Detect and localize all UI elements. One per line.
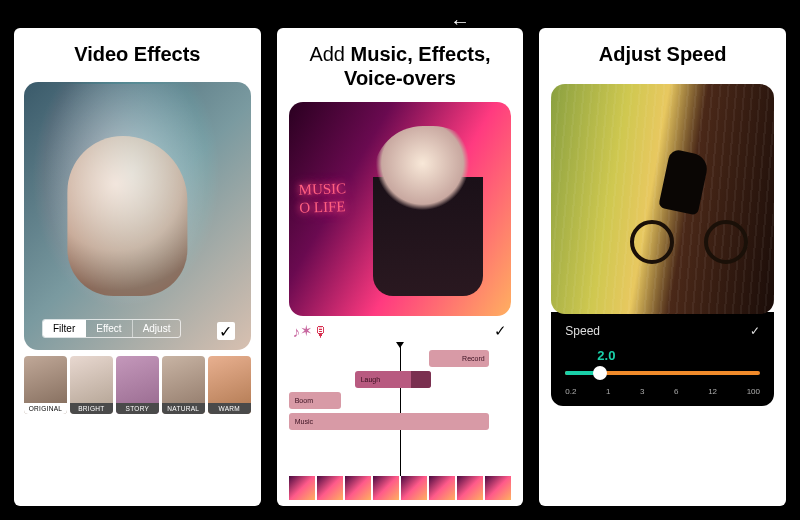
speed-tick: 1	[606, 387, 610, 396]
confirm-speed-button[interactable]: ✓	[750, 324, 760, 338]
audio-toolbar: ♪ ✶ 🎙 ✓	[277, 316, 524, 344]
panel1-title: Video Effects	[14, 28, 261, 74]
panel2-person-silhouette	[373, 126, 483, 296]
track-music[interactable]: Music	[289, 413, 489, 430]
audio-track-area: Record Laugh Boom Music	[277, 344, 524, 476]
timeline-thumb[interactable]	[373, 476, 399, 500]
timeline-thumb[interactable]	[429, 476, 455, 500]
filter-thumb-label: NATURAL	[162, 403, 205, 414]
playhead[interactable]	[400, 344, 401, 476]
panel-music-effects-voice: Add Music, Effects, Voice-overs MUSIC O …	[277, 28, 524, 506]
filter-thumb-label: STORY	[116, 403, 159, 414]
filter-thumb-label: ORIGINAL	[24, 403, 67, 414]
filter-thumbnail-strip: ORIGINALBRIGHTSTORYNATURALWARM	[14, 350, 261, 422]
filter-thumb-bright[interactable]: BRIGHT	[70, 356, 113, 414]
panel1-preview-image: Filter Effect Adjust ✓	[24, 82, 251, 350]
panel2-title: Add Music, Effects, Voice-overs	[277, 28, 524, 98]
timeline-thumb[interactable]	[485, 476, 511, 500]
speed-slider[interactable]	[565, 365, 760, 381]
tab-effect[interactable]: Effect	[86, 320, 132, 337]
speed-ticks: 0.213612100	[565, 385, 760, 396]
cyclist-silhouette	[634, 134, 744, 264]
neon-line2: O LIFE	[299, 198, 346, 216]
speed-tick: 0.2	[565, 387, 576, 396]
filter-thumb-label: WARM	[208, 403, 251, 414]
timeline-thumb[interactable]	[457, 476, 483, 500]
timeline-thumb[interactable]	[289, 476, 315, 500]
track-record[interactable]: Record	[429, 350, 489, 367]
speed-tick: 100	[747, 387, 760, 396]
voiceover-mic-icon[interactable]: 🎙	[313, 323, 328, 340]
panels-row: Video Effects Filter Effect Adjust ✓ ORI…	[0, 0, 800, 520]
panel-video-effects: Video Effects Filter Effect Adjust ✓ ORI…	[14, 28, 261, 506]
effect-mode-tabs: Filter Effect Adjust	[42, 319, 181, 338]
track-laugh[interactable]: Laugh	[355, 371, 431, 388]
speed-control-panel: Speed ✓ 2.0 0.213612100	[551, 312, 774, 406]
track-boom[interactable]: Boom	[289, 392, 341, 409]
tab-adjust[interactable]: Adjust	[133, 320, 181, 337]
confirm-audio-button[interactable]: ✓	[494, 322, 507, 340]
timeline-thumbnails	[277, 476, 524, 506]
filter-thumb-natural[interactable]: NATURAL	[162, 356, 205, 414]
speed-label: Speed	[565, 324, 600, 338]
timeline-thumb[interactable]	[317, 476, 343, 500]
neon-sign-text: MUSIC O LIFE	[298, 179, 347, 217]
speed-tick: 6	[674, 387, 678, 396]
add-music-icon[interactable]: ♪	[293, 323, 301, 340]
tab-filter[interactable]: Filter	[43, 320, 86, 337]
speed-tick: 12	[708, 387, 717, 396]
confirm-effects-button[interactable]: ✓	[217, 322, 235, 340]
speed-header: Speed ✓	[565, 320, 760, 348]
panel1-person-silhouette	[68, 136, 188, 296]
filter-thumb-label: BRIGHT	[70, 403, 113, 414]
speed-value: 2.0	[565, 348, 760, 363]
add-effect-icon[interactable]: ✶	[300, 322, 313, 340]
timeline-thumb[interactable]	[345, 476, 371, 500]
panel3-preview-image	[551, 84, 774, 314]
slider-knob[interactable]	[593, 366, 607, 380]
panel2-preview-image: MUSIC O LIFE	[289, 102, 512, 316]
panel3-title: Adjust Speed	[539, 28, 786, 74]
speed-tick: 3	[640, 387, 644, 396]
filter-thumb-original[interactable]: ORIGINAL	[24, 356, 67, 414]
filter-thumb-warm[interactable]: WARM	[208, 356, 251, 414]
panel2-title-bold: Music, Effects, Voice-overs	[344, 43, 491, 89]
neon-line1: MUSIC	[298, 180, 346, 198]
panel2-title-light: Add	[309, 43, 350, 65]
timeline-thumb[interactable]	[401, 476, 427, 500]
filter-thumb-story[interactable]: STORY	[116, 356, 159, 414]
panel-adjust-speed: Adjust Speed Speed ✓ 2.0 0.213612100	[539, 28, 786, 506]
